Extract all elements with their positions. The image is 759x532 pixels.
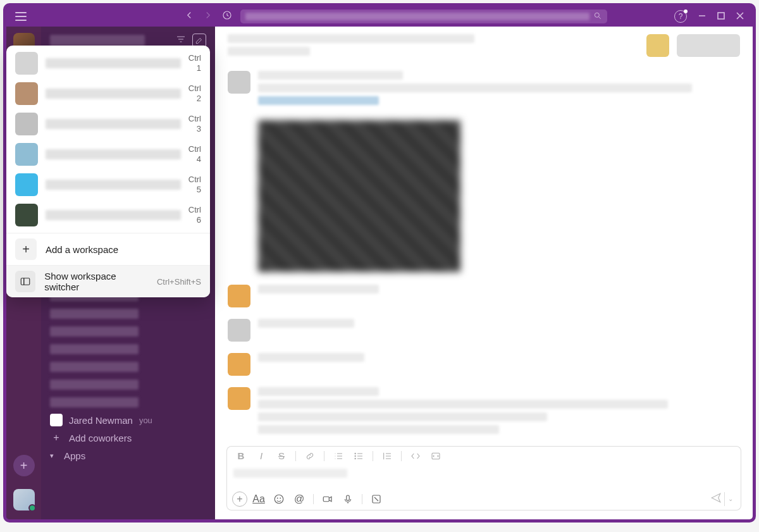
sidebar-dm-self[interactable]: Jared Newman you [41,411,215,429]
svg-point-4 [355,455,355,456]
svg-point-5 [355,458,355,459]
dm-user-label: Jared Newman [69,415,133,426]
video-attachment[interactable] [258,120,460,272]
svg-point-1 [595,13,599,17]
window-close-button[interactable] [736,11,744,22]
strike-button[interactable]: S [273,448,290,464]
svg-rect-13 [21,278,30,285]
mention-button[interactable]: @ [290,491,308,507]
workspace-icon [15,204,38,226]
italic-button[interactable]: I [252,448,270,464]
workspace-shortcut: Ctrl 2 [188,84,201,103]
code-button[interactable] [407,448,424,464]
workspace-item-3[interactable]: Ctrl 3 [6,109,210,139]
workspace-item-2[interactable]: Ctrl 2 [6,78,210,109]
link-button[interactable] [301,448,319,464]
message-list [215,27,753,446]
apps-section-label: Apps [64,450,85,461]
workspace-icon [15,113,38,135]
workspace-shortcut: Ctrl 6 [188,205,201,225]
workspace-item-4[interactable]: Ctrl 4 [6,139,210,170]
composer-actions: + Aa @ ⌄ [226,488,741,510]
titlebar: ? [6,6,753,27]
workspace-item-1[interactable]: Ctrl 1 [6,48,210,78]
sidebar-item[interactable] [41,305,215,323]
search-icon [593,11,602,22]
help-icon[interactable]: ? [674,10,687,23]
plus-icon: + [50,432,63,443]
add-workspace-label: Add a workspace [46,244,118,255]
sidebar-item[interactable] [41,393,215,411]
history-icon[interactable] [221,9,233,24]
shortcuts-button[interactable] [367,491,385,507]
workspace-name-redacted [46,89,181,99]
workspace-shortcut: Ctrl 5 [188,175,201,194]
unordered-list-button[interactable] [350,448,367,464]
show-switcher-label: Show workspace switcher [44,271,148,292]
main-pane: B I S + [215,27,753,519]
workspace-name-redacted [46,180,181,190]
show-switcher-shortcut: Ctrl+Shift+S [157,277,201,287]
workspace-item-5[interactable]: Ctrl 5 [6,170,210,200]
workspace-shortcut: Ctrl 3 [188,114,201,133]
emoji-button[interactable] [270,491,288,507]
sidebar-item[interactable] [41,323,215,340]
sidebar-toggle-icon [15,271,35,292]
hamburger-menu-icon[interactable] [15,12,27,21]
svg-point-8 [277,498,278,498]
svg-point-3 [355,453,355,454]
sidebar-item[interactable] [41,340,215,358]
svg-rect-11 [347,495,350,500]
workspace-name-redacted [46,149,181,159]
format-toolbar: B I S [226,446,741,465]
workspace-switcher-popover: Ctrl 1Ctrl 2Ctrl 3Ctrl 4Ctrl 5Ctrl 6 + A… [6,46,210,297]
codeblock-button[interactable] [427,448,445,464]
sidebar-add-coworkers[interactable]: + Add coworkers [41,429,215,447]
you-label: you [139,416,152,425]
add-coworkers-label: Add coworkers [69,433,132,443]
message-input[interactable] [226,465,741,488]
formatting-toggle-button[interactable]: Aa [250,491,268,507]
nav-forward-icon[interactable] [202,9,214,24]
workspace-name-redacted [46,210,181,220]
video-clip-button[interactable] [319,491,336,507]
nav-back-icon[interactable] [183,9,195,24]
ordered-list-button[interactable] [330,448,347,464]
workspace-icon [15,82,38,105]
search-input[interactable] [240,9,607,23]
sidebar-section-apps[interactable]: ▾ Apps [41,447,215,464]
bold-button[interactable]: B [232,448,250,464]
presence-indicator [28,504,36,512]
add-workspace-menu-item[interactable]: + Add a workspace [6,233,210,265]
show-workspace-switcher-menu-item[interactable]: Show workspace switcher Ctrl+Shift+S [6,266,210,297]
workspace-name-redacted [46,119,181,129]
workspace-icon [15,52,38,75]
chevron-down-icon: ▾ [50,452,58,460]
window-maximize-button[interactable] [717,11,725,22]
attach-button[interactable]: + [232,492,247,507]
add-workspace-rail-button[interactable]: + [13,455,35,476]
workspace-name [50,35,145,46]
workspace-item-6[interactable]: Ctrl 6 [6,200,210,230]
send-options-button[interactable]: ⌄ [724,492,736,506]
user-avatar-button[interactable] [13,489,35,510]
filter-icon[interactable] [176,34,186,47]
svg-rect-10 [323,497,329,502]
workspace-icon [15,143,38,166]
workspace-icon [15,173,38,196]
blockquote-button[interactable] [378,448,396,464]
workspace-shortcut: Ctrl 1 [188,53,201,73]
composer: B I S + [215,446,753,519]
send-button[interactable] [710,492,722,506]
plus-icon: + [15,238,37,260]
svg-point-7 [275,495,283,504]
workspace-name-redacted [46,58,181,68]
svg-rect-2 [718,13,724,19]
audio-clip-button[interactable] [339,491,357,507]
sidebar-item[interactable] [41,376,215,393]
sidebar-item[interactable] [41,358,215,376]
window-minimize-button[interactable] [698,11,706,22]
workspace-shortcut: Ctrl 4 [188,144,201,164]
svg-point-9 [280,498,281,498]
